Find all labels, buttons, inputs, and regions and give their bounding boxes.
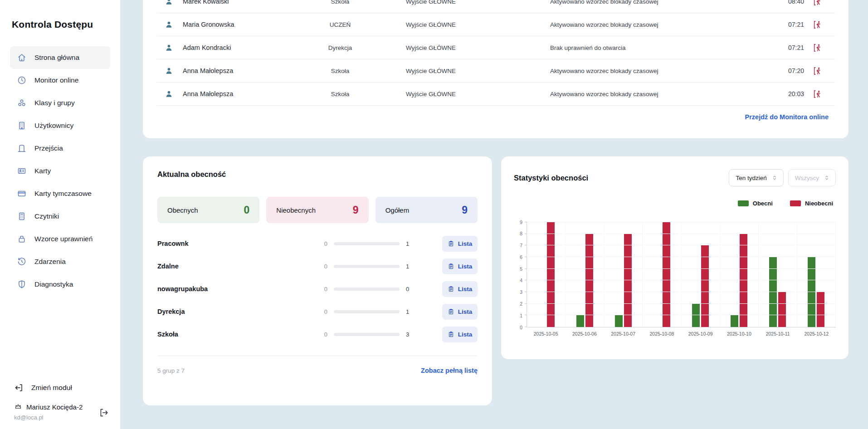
legend-label: Nieobecni <box>805 200 833 207</box>
event-time: 20:03 <box>763 90 804 98</box>
sidebar-item-label: Karty <box>34 167 51 175</box>
table-row: Maria GronowskaUCZEŃWyjście GŁÓWNEAktywo… <box>156 13 835 36</box>
person-icon <box>165 44 173 52</box>
stat-value: 9 <box>462 204 468 216</box>
bar-group <box>797 222 836 327</box>
chevron-updown-icon <box>824 175 830 181</box>
y-tick-label: 4 <box>520 278 522 283</box>
group-total-count: 3 <box>406 331 417 338</box>
lista-button[interactable]: Lista <box>442 327 478 342</box>
sidebar-item-reader[interactable]: Czytniki <box>10 205 110 228</box>
presence-group-row: Zdalne01Lista <box>157 255 478 278</box>
group-present-count: 0 <box>316 263 327 270</box>
lista-button[interactable]: Lista <box>442 258 478 274</box>
x-tick-label: 2025-10-07 <box>604 331 643 336</box>
sidebar-item-door[interactable]: Przejścia <box>10 137 110 160</box>
event-description: Aktywowano wzorzec blokady czasowej <box>483 68 763 74</box>
legend-swatch <box>738 200 749 206</box>
x-tick-label: 2025-10-06 <box>565 331 604 336</box>
x-tick-label: 2025-10-09 <box>681 331 720 336</box>
sidebar-item-label: Przejścia <box>34 144 63 152</box>
presence-group-row: Szkoła03Lista <box>157 323 478 346</box>
sidebar-item-id-card[interactable]: Karty <box>10 160 110 182</box>
event-door: Wyjście GŁÓWNE <box>379 0 483 5</box>
y-tick-label: 6 <box>520 255 522 260</box>
sidebar-bottom: Zmień moduł Mariusz Kocięda-2 kd@loca.pl <box>10 383 110 421</box>
lista-button[interactable]: Lista <box>442 281 478 297</box>
lista-button[interactable]: Lista <box>442 304 478 320</box>
event-door: Wyjście GŁÓWNE <box>379 21 483 28</box>
lock-icon <box>17 234 27 244</box>
bar-group <box>527 222 566 327</box>
sidebar-item-groups[interactable]: Klasy i grupy <box>10 92 110 114</box>
bar-nieobecni <box>778 292 786 327</box>
group-total-count: 1 <box>406 308 417 315</box>
group-total-count: 1 <box>406 263 417 270</box>
y-tick-label: 5 <box>520 267 522 272</box>
see-full-list-link[interactable]: Zobacz pełną listę <box>421 367 478 374</box>
legend-item-obecni: Obecni <box>738 200 773 207</box>
x-tick-label: 2025-10-11 <box>759 331 797 336</box>
clipboard-icon <box>448 240 454 247</box>
person-icon <box>165 90 173 98</box>
sidebar-item-building[interactable]: Użytkownicy <box>10 114 110 137</box>
gridline <box>527 234 836 234</box>
user-row: Mariusz Kocięda-2 kd@loca.pl <box>10 403 110 421</box>
sidebar-item-clock[interactable]: Monitor online <box>10 69 110 92</box>
chart-legend: ObecniNieobecni <box>514 200 833 207</box>
bar-obecni <box>615 315 623 327</box>
sidebar-item-home[interactable]: Strona główna <box>10 46 110 69</box>
gridline <box>527 257 836 257</box>
y-tick-label: 3 <box>520 290 522 295</box>
legend-label: Obecni <box>753 200 773 207</box>
event-user-name: Anna Małolepsza <box>183 90 302 98</box>
bar-group <box>643 222 681 327</box>
gridline <box>527 245 836 245</box>
exit-event-icon <box>813 66 822 76</box>
exit-event-icon <box>813 43 822 53</box>
event-user-name: Adam Kondracki <box>183 44 302 51</box>
table-row: Anna MałolepszaSzkołaWyjście GŁÓWNEAktyw… <box>156 83 835 106</box>
presence-bar-chart: 0123456789 <box>514 222 836 327</box>
door-icon <box>17 143 27 153</box>
id-card-icon <box>17 166 27 176</box>
person-icon <box>165 67 173 75</box>
sidebar-item-credit-card[interactable]: Karty tymczasowe <box>10 182 110 205</box>
event-user-name: Anna Małolepsza <box>183 67 302 74</box>
sidebar-item-shield[interactable]: Diagnostyka <box>10 273 110 296</box>
person-icon <box>165 20 173 29</box>
filter-period-select[interactable]: Ten tydzień <box>729 169 783 186</box>
bar-group <box>759 222 797 327</box>
lista-button[interactable]: Lista <box>442 236 478 252</box>
gridline <box>527 222 836 222</box>
exit-event-icon <box>813 89 822 99</box>
presence-progress-track <box>334 242 400 245</box>
filter-users-select[interactable]: Wszyscy <box>788 169 836 186</box>
exit-event-icon <box>813 0 822 6</box>
table-row: Anna MałolepszaSzkołaWyjście GŁÓWNEAktyw… <box>156 59 835 83</box>
event-time: 07:21 <box>763 21 804 28</box>
presence-stats: Obecnych0Nieobecnych9Ogółem9 <box>157 197 478 223</box>
sidebar-item-lock[interactable]: Wzorce uprawnień <box>10 228 110 250</box>
sidebar: Kontrola Dostępu Strona głównaMonitor on… <box>0 0 121 429</box>
presence-group-row: Dyrekcja01Lista <box>157 300 478 323</box>
app-title: Kontrola Dostępu <box>12 19 110 30</box>
presence-groups: Pracownk01ListaZdalne01Listanowagrupakub… <box>157 232 478 346</box>
filter-period-value: Ten tydzień <box>736 175 766 181</box>
event-user-group: Szkoła <box>302 0 379 5</box>
sidebar-item-history[interactable]: Zdarzenia <box>10 250 110 273</box>
event-user-group: Szkoła <box>302 68 379 74</box>
bar-group <box>566 222 604 327</box>
group-present-count: 0 <box>316 308 327 315</box>
group-name: Szkoła <box>157 331 316 338</box>
sidebar-item-label: Klasy i grupy <box>34 99 75 107</box>
groups-count-note: 5 grup z 7 <box>157 367 185 374</box>
event-user-name: Maria Gronowska <box>183 21 302 28</box>
user-info: Mariusz Kocięda-2 kd@loca.pl <box>14 403 83 421</box>
lista-button-label: Lista <box>458 263 473 270</box>
logout-icon[interactable] <box>98 407 109 418</box>
gridline <box>527 280 836 280</box>
go-to-monitor-link[interactable]: Przejdź do Monitora online <box>745 113 829 121</box>
change-module-button[interactable]: Zmień moduł <box>10 383 110 393</box>
sidebar-item-label: Zdarzenia <box>34 258 66 266</box>
